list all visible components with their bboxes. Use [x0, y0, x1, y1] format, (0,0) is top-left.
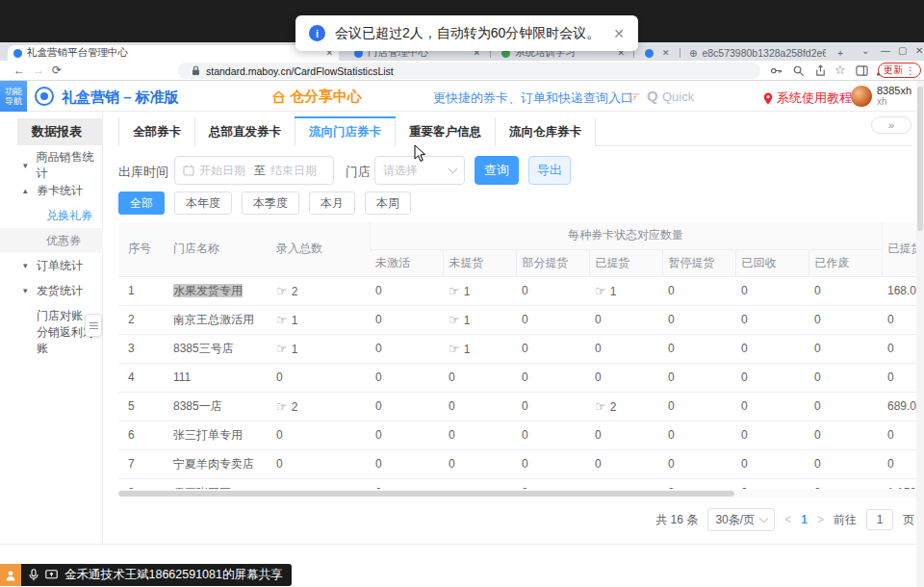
tab-search-icon[interactable]: ⌄ — [861, 45, 869, 56]
tab-hq-direct-cards[interactable]: 总部直发券卡 — [195, 117, 295, 146]
screen-share-icon[interactable] — [45, 570, 58, 580]
cell-value: 0 — [741, 428, 748, 442]
cell-status: ☞2 — [589, 392, 662, 421]
quick-entry-text[interactable]: 更快捷的券卡、订单和快递查询入口 — [433, 89, 633, 107]
sidebar-item-discount-coupon[interactable]: 优惠券 — [0, 228, 103, 253]
cell-store: 南京王总激活用 — [164, 305, 270, 334]
quick-search-icon[interactable]: Q — [647, 88, 658, 104]
scrollbar-thumb[interactable] — [118, 491, 734, 497]
sidebar-item-shipping-stats[interactable]: ▾ 发货统计 — [0, 278, 103, 303]
finger-icon[interactable]: ☞ — [449, 284, 460, 298]
window-close-button[interactable]: ✕ — [915, 45, 923, 56]
cell-status: ☞0 — [662, 363, 735, 392]
cell-status: ☞0 — [662, 276, 735, 305]
browser-tab[interactable]: ✕ — [639, 45, 678, 61]
cell-status: ☞0 — [516, 478, 589, 489]
menu-dots-icon[interactable]: ⋮ — [906, 65, 915, 76]
pagination: 共 16 条 30条/页 < 1 > 前往 页 — [118, 506, 916, 533]
finger-icon[interactable]: ☞ — [449, 313, 460, 327]
finger-icon[interactable]: ☞ — [276, 313, 288, 327]
finger-icon[interactable]: ☞ — [276, 284, 288, 298]
cell-value: 0 — [522, 370, 528, 384]
nav-toggle-button[interactable]: 功能 导航 — [0, 81, 27, 112]
table-horizontal-scrollbar[interactable] — [118, 490, 916, 498]
share-center-link[interactable]: 仓分享中心 — [271, 88, 362, 106]
side-panel-icon[interactable] — [856, 64, 868, 77]
end-date-input[interactable] — [270, 164, 321, 177]
reload-icon[interactable]: ⟳ — [52, 64, 62, 77]
quick-filter-all[interactable]: 全部 — [118, 191, 165, 215]
export-button[interactable]: 导出 — [528, 156, 571, 185]
tab-key-customers[interactable]: 重要客户信息 — [396, 117, 496, 146]
start-date-input[interactable] — [199, 164, 249, 177]
finger-icon[interactable]: ☞ — [595, 486, 606, 490]
sidebar-item-exchange-coupon[interactable]: 兑换礼券 — [0, 203, 103, 228]
sidebar-item-card-stats[interactable]: ▴ 券卡统计 — [0, 178, 103, 203]
col-header-partial: 部分提货 — [516, 249, 589, 276]
cell-status: ☞0 — [370, 421, 443, 449]
participant-icon[interactable] — [0, 564, 21, 586]
browser-update-button[interactable]: 更新 ⋮ — [878, 63, 921, 78]
finger-icon[interactable]: ☞ — [276, 399, 288, 414]
forward-icon[interactable]: → — [33, 64, 44, 77]
window-maximize-button[interactable]: ▢ — [898, 45, 907, 56]
cell-value: 0 — [668, 457, 675, 471]
store-select-input[interactable] — [383, 164, 437, 177]
new-tab-button[interactable]: + — [832, 45, 849, 61]
col-header-store: 门店名称 — [164, 222, 270, 276]
goto-page-input[interactable] — [866, 509, 893, 530]
cell-status: ☞0 — [589, 334, 662, 363]
quick-search-label[interactable]: Quick — [662, 89, 694, 104]
quick-filter-quarter[interactable]: 本季度 — [242, 191, 299, 215]
tab-store-flow-cards[interactable]: 流向门店券卡 — [295, 117, 396, 146]
cell-seq: 8 — [118, 478, 164, 489]
browser-tab-active[interactable]: 礼盒营销平台管理中心 ✕ — [8, 45, 339, 61]
page-vertical-scrollbar[interactable] — [916, 81, 924, 587]
cell-value: 0 — [276, 370, 283, 384]
quick-filter-month[interactable]: 本月 — [309, 191, 355, 215]
sidebar-collapse-handle[interactable] — [85, 314, 102, 337]
finger-icon[interactable]: ☞ — [595, 284, 606, 298]
cell-value: 0 — [741, 313, 748, 326]
cell-value: 0 — [449, 399, 455, 413]
tab-warehouse-flow-cards[interactable]: 流向仓库券卡 — [496, 117, 596, 146]
col-header-seq: 序号 — [118, 222, 164, 276]
browser-tab[interactable]: ⊕ e8c573980b1328a258fd2e6f8 ✕ — [683, 45, 826, 61]
cell-value: 0 — [595, 370, 602, 384]
zoom-icon[interactable] — [792, 64, 805, 77]
window-minimize-button[interactable]: — — [881, 45, 890, 56]
share-icon[interactable] — [814, 64, 827, 77]
prev-page-button[interactable]: < — [784, 513, 791, 526]
toast-close-icon[interactable]: ✕ — [613, 26, 625, 41]
tutorial-link[interactable]: 系统使用教程 — [763, 89, 852, 107]
bookmark-star-icon[interactable]: ☆ — [834, 63, 847, 75]
cell-status: ☞1 — [589, 276, 662, 305]
cell-value: 0 — [522, 313, 528, 326]
sidebar-item-product-sales[interactable]: ▾ 商品销售统计 — [0, 153, 103, 178]
tutorial-label: 系统使用教程 — [777, 89, 852, 107]
url-bar[interactable]: standard.maboy.cn/CardFlowStatisticsList — [178, 63, 760, 79]
microphone-icon[interactable] — [29, 569, 38, 581]
date-range-picker[interactable]: 至 — [174, 156, 334, 185]
user-avatar[interactable] — [851, 86, 872, 107]
tab-all-cards[interactable]: 全部券卡 — [118, 117, 195, 146]
finger-icon[interactable]: ☞ — [595, 399, 606, 414]
quick-filter-year[interactable]: 本年度 — [174, 191, 232, 215]
scrollbar-thumb[interactable] — [917, 87, 923, 231]
sidebar-item-order-stats[interactable]: ▾ 订单统计 — [0, 253, 103, 278]
tab-close-icon[interactable]: ✕ — [662, 48, 670, 58]
page-size-select[interactable]: 30条/页 — [707, 508, 775, 531]
finger-icon[interactable]: ☞ — [449, 342, 460, 356]
key-icon[interactable] — [770, 64, 783, 77]
quick-filter-week[interactable]: 本周 — [365, 191, 411, 215]
cell-status: ☞0 — [808, 363, 882, 392]
finger-icon[interactable]: ☞ — [276, 486, 288, 490]
next-page-button[interactable]: > — [817, 513, 824, 526]
search-button[interactable]: 查询 — [475, 156, 519, 185]
finger-icon[interactable]: ☞ — [276, 342, 288, 356]
cell-store: 8385一店 — [164, 392, 270, 421]
page-number[interactable]: 1 — [801, 513, 808, 526]
finger-icon[interactable]: ☞ — [449, 486, 460, 490]
panel-collapse-button[interactable]: » — [871, 116, 911, 134]
back-icon[interactable]: ← — [13, 64, 25, 77]
